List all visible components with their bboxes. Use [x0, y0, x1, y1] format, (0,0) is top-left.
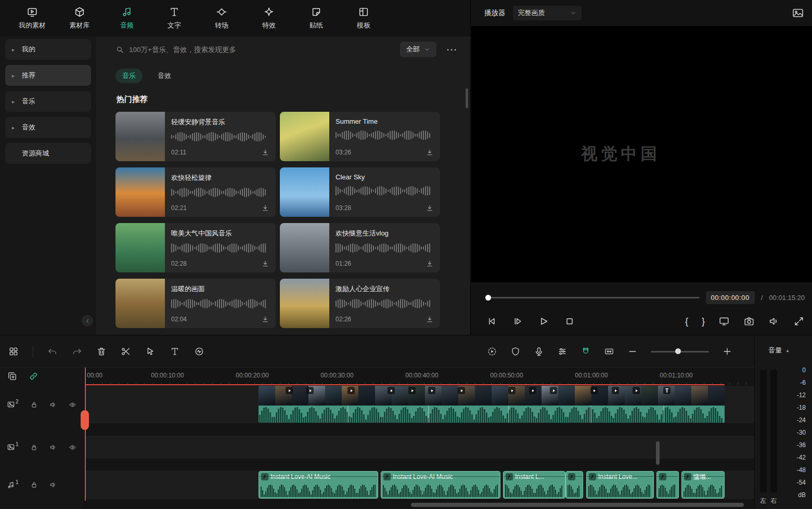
clip-play-icon[interactable]: [529, 387, 536, 394]
nav-tab-template[interactable]: 模板: [347, 6, 380, 30]
video-track-badge[interactable]: 2: [7, 400, 19, 409]
stop-icon[interactable]: [564, 316, 575, 327]
audio-stretch-icon[interactable]: [194, 346, 204, 357]
download-icon[interactable]: [426, 259, 434, 268]
audio-clip[interactable]: Instant Love-AI Music: [381, 471, 500, 499]
mute-icon[interactable]: [49, 401, 57, 409]
zoom-slider[interactable]: [651, 346, 709, 357]
auto-ripple-icon[interactable]: [581, 346, 591, 357]
prev-frame-icon[interactable]: [486, 316, 497, 327]
clip-play-icon[interactable]: [306, 387, 314, 394]
music-card[interactable]: 轻缓安静背景音乐 02:11: [115, 112, 276, 161]
download-icon[interactable]: [261, 204, 269, 212]
download-icon[interactable]: [261, 315, 269, 323]
download-icon[interactable]: [261, 259, 269, 268]
video-track-badge[interactable]: 1: [7, 443, 19, 451]
scissors-icon[interactable]: [121, 346, 131, 357]
music-card[interactable]: 激励人心企业宣传 02:26: [280, 279, 440, 328]
download-icon[interactable]: [426, 204, 434, 212]
mute-icon[interactable]: [49, 443, 57, 451]
tab-music[interactable]: 音乐: [115, 69, 143, 83]
brace-open-icon[interactable]: {: [685, 316, 688, 327]
nav-tab-effects[interactable]: 特效: [252, 6, 286, 30]
clip-play-icon[interactable]: [286, 387, 293, 394]
clip-play-icon[interactable]: [408, 387, 416, 394]
seek-knob[interactable]: [485, 295, 491, 301]
audio-clip[interactable]: Instant Love...: [586, 471, 654, 499]
music-card[interactable]: 欢快惬意生活vlog 01:26: [280, 223, 440, 272]
clip-play-icon[interactable]: [458, 387, 465, 394]
nav-tab-stock[interactable]: 素材库: [63, 6, 96, 30]
collapse-meter-icon[interactable]: ▲: [785, 348, 790, 353]
nav-tab-transition[interactable]: 转场: [205, 6, 238, 30]
search-box[interactable]: [115, 45, 395, 54]
voiceover-mic-icon[interactable]: [534, 346, 544, 357]
audio-clip[interactable]: Instant L...: [503, 471, 565, 499]
audio-mixer-icon[interactable]: [557, 346, 568, 357]
clip-play-icon[interactable]: [612, 387, 619, 394]
clip-play-icon[interactable]: [388, 387, 395, 394]
download-icon[interactable]: [426, 315, 434, 323]
fullscreen-icon[interactable]: [793, 316, 805, 327]
audio-clip[interactable]: 慵懒...: [681, 471, 725, 499]
video-clip[interactable]: T: [259, 386, 725, 423]
fit-timeline-icon[interactable]: [604, 346, 614, 357]
lock-icon[interactable]: [30, 443, 38, 451]
nav-tab-sticker[interactable]: 贴纸: [300, 6, 333, 30]
zoom-out-icon[interactable]: [627, 346, 638, 357]
snapshot-icon[interactable]: [743, 316, 755, 327]
sidebar-item-mine[interactable]: ▸ 我的: [5, 39, 91, 60]
download-icon[interactable]: [426, 148, 434, 156]
music-card[interactable]: 温暖的画面 02:04: [115, 279, 276, 328]
playhead-line[interactable]: [85, 368, 86, 501]
clip-play-icon[interactable]: [590, 387, 598, 394]
redo-icon[interactable]: [72, 346, 82, 357]
clip-play-icon[interactable]: [347, 387, 355, 394]
music-card[interactable]: 欢快轻松旋律 02:21: [115, 167, 276, 217]
music-card[interactable]: Summer Time 03:26: [280, 112, 440, 161]
lock-icon[interactable]: [30, 481, 38, 489]
audio-clip[interactable]: Instant Love-AI Music: [259, 471, 378, 499]
nav-tab-text[interactable]: 文字: [158, 6, 191, 30]
music-card[interactable]: Clear Sky 03:28: [280, 167, 440, 217]
select-cursor-icon[interactable]: [145, 346, 156, 357]
clip-play-icon[interactable]: [508, 387, 515, 394]
more-options-button[interactable]: ···: [447, 45, 458, 54]
trash-icon[interactable]: [96, 346, 107, 357]
volume-icon[interactable]: [768, 316, 780, 327]
mirror-screen-icon[interactable]: [718, 316, 730, 327]
zoom-slider-knob[interactable]: [675, 348, 681, 354]
undo-icon[interactable]: [47, 346, 58, 357]
audio-track-badge[interactable]: 1: [7, 481, 19, 489]
clip-play-icon[interactable]: [633, 387, 640, 394]
zoom-in-icon[interactable]: [722, 346, 732, 357]
media-scrollbar[interactable]: [466, 88, 468, 108]
mask-shield-icon[interactable]: [510, 346, 521, 357]
tab-sfx[interactable]: 音效: [151, 69, 178, 83]
link-clips-icon[interactable]: [29, 371, 38, 381]
timeline-vertical-scrollbar[interactable]: [656, 441, 660, 465]
audio-clip[interactable]: [565, 471, 583, 499]
visibility-icon[interactable]: [69, 401, 76, 409]
quality-dropdown[interactable]: 完整画质: [513, 6, 582, 20]
play-step-icon[interactable]: [512, 316, 523, 327]
sidebar-item-music[interactable]: ▸ 音乐: [5, 91, 91, 112]
mute-icon[interactable]: [49, 481, 57, 489]
category-filter-dropdown[interactable]: 全部: [400, 42, 436, 57]
track-row-video-1[interactable]: [85, 436, 754, 459]
clip-play-icon[interactable]: [550, 387, 557, 394]
playhead-grip[interactable]: [81, 410, 89, 430]
play-icon[interactable]: [538, 316, 549, 327]
preview-render-icon[interactable]: [487, 346, 497, 357]
video-preview[interactable]: 视觉中国: [471, 26, 812, 282]
add-to-track-icon[interactable]: [7, 371, 17, 381]
lock-icon[interactable]: [30, 401, 38, 409]
sidebar-item-sfx[interactable]: ▸ 音效: [5, 117, 91, 138]
text-clip-icon[interactable]: T: [663, 387, 671, 394]
nav-tab-audio[interactable]: 音频: [110, 6, 144, 30]
music-card[interactable]: 唯美大气中国风音乐 02:28: [115, 223, 276, 272]
grid-menu-icon[interactable]: [8, 346, 19, 357]
audio-clip[interactable]: [656, 471, 679, 499]
timeline-horizontal-scrollbar[interactable]: [411, 503, 744, 507]
sidebar-item-store[interactable]: ▸ 资源商城: [5, 143, 91, 164]
